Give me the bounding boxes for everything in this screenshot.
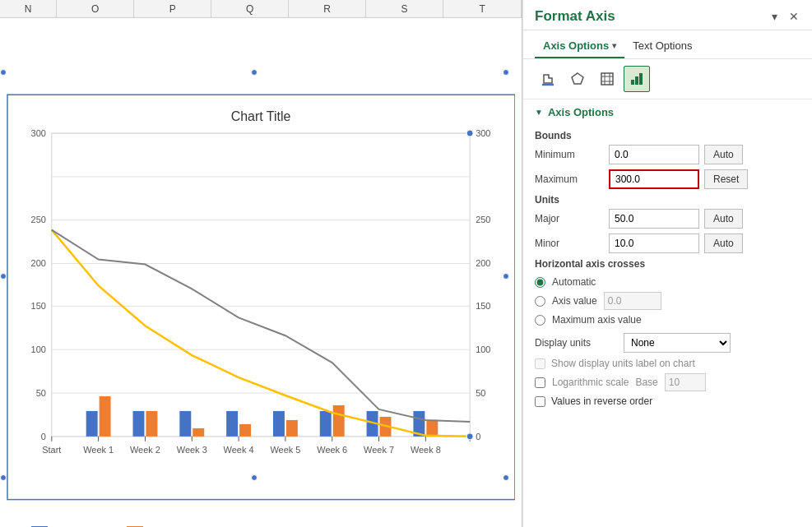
panel-dropdown-btn[interactable]: ▾ bbox=[768, 8, 781, 25]
svg-rect-71 bbox=[635, 76, 638, 85]
paint-bucket-icon bbox=[541, 72, 555, 86]
svg-text:Week 1: Week 1 bbox=[83, 445, 114, 455]
col-header-q: Q bbox=[211, 0, 289, 17]
svg-rect-44 bbox=[86, 411, 98, 437]
selection-handle-tl[interactable] bbox=[0, 69, 7, 76]
svg-text:Week 4: Week 4 bbox=[224, 445, 254, 455]
svg-text:Week 5: Week 5 bbox=[270, 445, 300, 455]
minimum-auto-btn[interactable]: Auto bbox=[704, 145, 743, 164]
panel-content[interactable]: ▼ Axis Options Bounds Minimum Auto Maxim… bbox=[523, 99, 812, 527]
icon-toolbar bbox=[523, 59, 812, 99]
svg-rect-45 bbox=[133, 411, 145, 437]
tab-axis-options-label: Axis Options bbox=[543, 39, 609, 52]
units-label: Units bbox=[535, 194, 800, 206]
display-units-select[interactable]: None Hundreds Thousands Millions Billion… bbox=[624, 333, 731, 353]
format-axis-panel: Format Axis ▾ ✕ Axis Options ▾ Text Opti… bbox=[522, 0, 812, 527]
minor-label: Minor bbox=[535, 238, 609, 249]
tab-axis-options[interactable]: Axis Options ▾ bbox=[535, 35, 624, 58]
col-header-o: O bbox=[57, 0, 134, 17]
svg-marker-62 bbox=[544, 75, 552, 83]
minimum-row: Minimum Auto bbox=[535, 145, 800, 164]
values-reverse-checkbox[interactable] bbox=[535, 396, 545, 407]
show-display-units-checkbox[interactable] bbox=[535, 358, 545, 369]
svg-text:150: 150 bbox=[31, 301, 46, 311]
svg-text:200: 200 bbox=[476, 258, 490, 268]
svg-text:100: 100 bbox=[31, 344, 46, 354]
col-header-s: S bbox=[366, 0, 443, 17]
maximum-input[interactable] bbox=[609, 169, 699, 189]
minimum-input[interactable] bbox=[609, 145, 699, 164]
pentagon-btn[interactable] bbox=[564, 66, 591, 92]
minor-row: Minor Auto bbox=[535, 233, 800, 253]
chart-area[interactable]: Chart Title 0 50 100 150 200 250 300 0 5… bbox=[0, 18, 522, 527]
bar-chart-icon bbox=[629, 72, 644, 86]
axis-options-section-header[interactable]: ▼ Axis Options bbox=[523, 99, 812, 122]
selection-handle-tm[interactable] bbox=[251, 69, 258, 76]
logarithmic-scale-label: Logarithmic scale bbox=[552, 377, 629, 388]
svg-text:50: 50 bbox=[36, 388, 46, 398]
tab-text-options[interactable]: Text Options bbox=[624, 35, 700, 58]
svg-text:250: 250 bbox=[31, 215, 46, 224]
radio-max-axis-label: Maximum axis value bbox=[552, 314, 642, 326]
logarithmic-scale-checkbox[interactable] bbox=[535, 377, 545, 388]
svg-rect-65 bbox=[601, 73, 613, 85]
svg-rect-55 bbox=[239, 424, 251, 437]
svg-rect-59 bbox=[426, 420, 438, 437]
selection-handle-ml[interactable] bbox=[0, 273, 7, 280]
horiz-axis-crosses-label: Horizontal axis crosses bbox=[535, 258, 800, 270]
chart-legend: Planned Hours Actual Hours Remaining Eff… bbox=[7, 523, 515, 527]
svg-text:Week 2: Week 2 bbox=[130, 445, 160, 455]
col-header-t: T bbox=[443, 0, 522, 17]
show-display-units-row: Show display units label on chart bbox=[535, 358, 800, 369]
tab-text-options-label: Text Options bbox=[633, 39, 692, 52]
paint-bucket-btn[interactable] bbox=[535, 66, 561, 92]
svg-text:Chart Title: Chart Title bbox=[231, 109, 291, 123]
selection-handle-mr[interactable] bbox=[503, 273, 509, 280]
radio-axis-value[interactable] bbox=[535, 296, 545, 307]
maximum-reset-btn[interactable]: Reset bbox=[704, 169, 748, 189]
svg-rect-52 bbox=[100, 396, 111, 437]
major-input[interactable] bbox=[609, 209, 699, 229]
major-label: Major bbox=[535, 213, 609, 224]
svg-rect-49 bbox=[320, 411, 332, 437]
bar-chart-btn[interactable] bbox=[624, 66, 650, 92]
radio-automatic-label: Automatic bbox=[552, 276, 596, 288]
tabs-row: Axis Options ▾ Text Options bbox=[523, 30, 812, 59]
selection-handle-bm[interactable] bbox=[251, 474, 258, 481]
svg-rect-54 bbox=[193, 428, 204, 437]
major-auto-btn[interactable]: Auto bbox=[704, 209, 743, 229]
base-input[interactable] bbox=[665, 373, 706, 391]
svg-text:0: 0 bbox=[476, 432, 480, 441]
axis-options-section-label: Axis Options bbox=[548, 106, 614, 118]
svg-text:250: 250 bbox=[476, 215, 490, 224]
svg-text:Week 7: Week 7 bbox=[364, 445, 394, 455]
minor-auto-btn[interactable]: Auto bbox=[704, 233, 743, 253]
svg-text:Week 6: Week 6 bbox=[317, 445, 347, 455]
axis-value-input[interactable] bbox=[604, 292, 661, 310]
panel-title: Format Axis bbox=[535, 8, 615, 25]
svg-rect-47 bbox=[226, 411, 238, 437]
panel-header-icons: ▾ ✕ bbox=[768, 8, 802, 25]
col-header-p: P bbox=[134, 0, 211, 17]
selection-handle-br[interactable] bbox=[503, 474, 509, 481]
logarithmic-scale-row: Logarithmic scale Base bbox=[535, 373, 800, 391]
panel-close-btn[interactable]: ✕ bbox=[786, 8, 802, 25]
svg-rect-2 bbox=[52, 133, 470, 437]
svg-text:100: 100 bbox=[476, 344, 490, 354]
display-units-label: Display units bbox=[535, 337, 617, 349]
svg-rect-57 bbox=[333, 405, 345, 437]
major-row: Major Auto bbox=[535, 209, 800, 229]
radio-automatic[interactable] bbox=[535, 277, 545, 288]
base-text-label: Base bbox=[635, 377, 657, 388]
spreadsheet-chart-panel: N O P Q R S T Chart Title bbox=[0, 0, 522, 527]
selection-handle-bl[interactable] bbox=[0, 474, 7, 481]
radio-automatic-row: Automatic bbox=[535, 276, 800, 288]
section-collapse-arrow: ▼ bbox=[535, 108, 543, 117]
minor-input[interactable] bbox=[609, 233, 699, 253]
size-position-btn[interactable] bbox=[594, 66, 620, 92]
selection-handle-tr[interactable] bbox=[503, 69, 509, 76]
svg-text:Week 3: Week 3 bbox=[177, 445, 207, 455]
svg-rect-53 bbox=[146, 411, 157, 437]
radio-max-axis[interactable] bbox=[535, 315, 545, 326]
radio-axis-value-label: Axis value bbox=[552, 295, 597, 307]
